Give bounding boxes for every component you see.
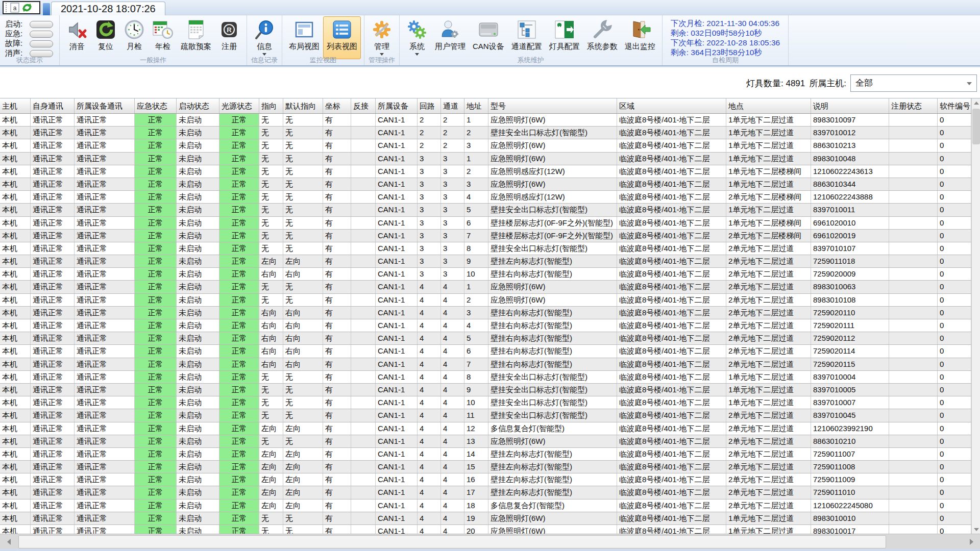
vertical-scrollbar[interactable]: [971, 98, 980, 534]
table-row[interactable]: 本机通讯正常通讯正常正常未启动正常右向右向有CAN1-1446壁挂右向标志灯(智…: [0, 345, 971, 358]
column-header-10[interactable]: 反接: [351, 98, 376, 113]
table-cell: 正常: [135, 217, 177, 229]
table-cell: 12106022245080: [811, 499, 889, 512]
scroll-left-button[interactable]: [0, 534, 17, 549]
register-button[interactable]: R 注册: [215, 16, 243, 59]
table-row[interactable]: 本机通讯正常通讯正常正常未启动正常无无有CAN1-14413应急照明灯(6W)临…: [0, 435, 971, 448]
table-row[interactable]: 本机通讯正常通讯正常正常未启动正常无无有CAN1-1331应急照明灯(6W)临波…: [0, 153, 971, 165]
monthly-check-button[interactable]: 月检: [120, 16, 149, 59]
annual-check-button[interactable]: 年检: [149, 16, 177, 59]
document-icon[interactable]: a: [10, 3, 20, 13]
table-row[interactable]: 本机通讯正常通讯正常正常未启动正常左向左向有CAN1-14416壁挂左向标志灯(…: [0, 473, 971, 486]
table-cell: 4: [441, 409, 464, 421]
scroll-right-button[interactable]: [963, 534, 980, 549]
table-row[interactable]: 本机通讯正常通讯正常正常未启动正常左向左向有CAN1-14414壁挂左向标志灯(…: [0, 448, 971, 461]
channel-config-button[interactable]: 通道配置: [508, 16, 546, 59]
list-view-button[interactable]: 列表视图: [323, 16, 361, 59]
table-cell: 本机: [0, 191, 31, 203]
table-row[interactable]: 本机通讯正常通讯正常正常未启动正常无无有CAN1-1222壁挂安全出口标志灯(智…: [0, 127, 971, 139]
column-header-9[interactable]: 坐标: [323, 98, 351, 113]
table-row[interactable]: 本机通讯正常通讯正常正常未启动正常无无有CAN1-14420应急照明灯(6W)临…: [0, 525, 971, 534]
column-header-12[interactable]: 回路: [418, 98, 441, 113]
host-select[interactable]: 全部: [850, 74, 977, 92]
table-row[interactable]: 本机通讯正常通讯正常正常未启动正常无无有CAN1-1441应急照明灯(6W)临波…: [0, 281, 971, 293]
table-row[interactable]: 本机通讯正常通讯正常正常未启动正常无无有CAN1-1338壁挂安全出口标志灯(智…: [0, 242, 971, 255]
manage-button[interactable]: 管理: [368, 16, 396, 59]
mute-button[interactable]: 消音: [63, 16, 91, 59]
table-cell: 多信息复合灯(智能型): [488, 422, 617, 435]
table-cell: CAN1-1: [376, 435, 418, 447]
column-header-3[interactable]: 所属设备通讯: [75, 98, 135, 113]
table-row[interactable]: 本机通讯正常通讯正常正常未启动正常无无有CAN1-1448壁挂安全出口标志灯(智…: [0, 371, 971, 384]
table-cell: 12106022243613: [811, 165, 889, 178]
table-row[interactable]: 本机通讯正常通讯正常正常未启动正常右向右向有CAN1-1447壁挂右向标志灯(智…: [0, 358, 971, 371]
table-cell: 无: [259, 114, 283, 126]
user-manage-button[interactable]: 用户管理: [431, 16, 469, 59]
table-row[interactable]: 本机通讯正常通讯正常正常未启动正常右向右向有CAN1-1445壁挂右向标志灯(智…: [0, 332, 971, 345]
table-row[interactable]: 本机通讯正常通讯正常正常未启动正常无无有CAN1-14411壁挂安全出口标志灯(…: [0, 409, 971, 422]
reset-button[interactable]: 复位: [91, 16, 120, 59]
table-cell: 应急照明灯(6W): [488, 525, 617, 534]
exit-monitor-button[interactable]: 退出监控: [621, 16, 659, 59]
column-header-13[interactable]: 通道: [441, 98, 464, 113]
table-row[interactable]: 本机通讯正常通讯正常正常未启动正常无无有CAN1-1449壁挂安全出口标志灯(智…: [0, 384, 971, 396]
horizontal-scrollbar[interactable]: [0, 534, 980, 549]
horizontal-scroll-thumb[interactable]: [18, 535, 886, 548]
table-row[interactable]: 本机通讯正常通讯正常正常未启动正常无无有CAN1-1335壁挂安全出口标志灯(智…: [0, 204, 971, 216]
table-cell: 临波庭8号楼/401-地下二层: [617, 525, 726, 534]
lamp-config-button[interactable]: 灯具配置: [546, 16, 583, 59]
column-header-6[interactable]: 光源状态: [219, 98, 259, 113]
table-row[interactable]: 本机通讯正常通讯正常正常未启动正常无无有CAN1-1333应急照明灯(6W)临波…: [0, 178, 971, 191]
can-device-button[interactable]: CAN设备: [469, 16, 508, 59]
table-row[interactable]: 本机通讯正常通讯正常正常未启动正常无无有CAN1-14410壁挂安全出口标志灯(…: [0, 396, 971, 409]
lamp-config-icon: [554, 19, 575, 40]
column-header-14[interactable]: 地址: [464, 98, 488, 113]
info-button[interactable]: 信息: [250, 16, 279, 59]
table-cell: 0: [938, 217, 971, 229]
table-row[interactable]: 本机通讯正常通讯正常正常未启动正常左向左向有CAN1-1339壁挂左向标志灯(智…: [0, 255, 971, 268]
system-params-button[interactable]: 系统参数: [583, 16, 621, 59]
column-header-18[interactable]: 说明: [811, 98, 889, 113]
table-row[interactable]: 本机通讯正常通讯正常正常未启动正常无无有CAN1-1336壁挂楼层标志灯(0F-…: [0, 217, 971, 230]
column-header-17[interactable]: 地点: [726, 98, 811, 113]
evacuation-plan-button[interactable]: 疏散预案: [177, 16, 215, 59]
column-header-15[interactable]: 型号: [488, 98, 617, 113]
table-cell: [351, 448, 376, 460]
vertical-scroll-thumb[interactable]: [972, 109, 980, 144]
refresh-icon[interactable]: [22, 3, 32, 13]
table-row[interactable]: 本机通讯正常通讯正常正常未启动正常无无有CAN1-1221应急照明灯(6W)临波…: [0, 114, 971, 127]
column-header-1[interactable]: 主机: [0, 98, 31, 113]
column-header-16[interactable]: 区域: [617, 98, 726, 113]
system-button[interactable]: 系统: [403, 16, 431, 59]
table-row[interactable]: 本机通讯正常通讯正常正常未启动正常右向右向有CAN1-13310壁挂右向标志灯(…: [0, 268, 971, 281]
table-row[interactable]: 本机通讯正常通讯正常正常未启动正常无无有CAN1-1334应急照明感应灯(12W…: [0, 191, 971, 204]
table-row[interactable]: 本机通讯正常通讯正常正常未启动正常左向左向有CAN1-14417壁挂左向标志灯(…: [0, 486, 971, 499]
table-cell: 无: [283, 191, 323, 203]
column-header-7[interactable]: 指向: [259, 98, 283, 113]
column-header-19[interactable]: 注册状态: [889, 98, 938, 113]
column-header-2[interactable]: 自身通讯: [31, 98, 75, 113]
table-row[interactable]: 本机通讯正常通讯正常正常未启动正常左向左向有CAN1-14412多信息复合灯(智…: [0, 422, 971, 435]
column-header-8[interactable]: 默认指向: [283, 98, 323, 113]
table-cell: 0: [938, 153, 971, 165]
table-row[interactable]: 本机通讯正常通讯正常正常未启动正常右向右向有CAN1-1444壁挂右向标志灯(智…: [0, 319, 971, 332]
scroll-down-button[interactable]: [972, 525, 980, 534]
table-cell: 12106023992190: [811, 422, 889, 435]
column-header-20[interactable]: 软件编号: [938, 98, 971, 113]
table-row[interactable]: 本机通讯正常通讯正常正常未启动正常左向左向有CAN1-14415壁挂左向标志灯(…: [0, 461, 971, 473]
table-row[interactable]: 本机通讯正常通讯正常正常未启动正常无无有CAN1-14419应急照明灯(6W)临…: [0, 512, 971, 525]
table-row[interactable]: 本机通讯正常通讯正常正常未启动正常右向右向有CAN1-1443壁挂右向标志灯(智…: [0, 307, 971, 319]
table-row[interactable]: 本机通讯正常通讯正常正常未启动正常左向左向有CAN1-14418多信息复合灯(智…: [0, 499, 971, 512]
table-row[interactable]: 本机通讯正常通讯正常正常未启动正常无无有CAN1-1442应急照明灯(6W)临波…: [0, 294, 971, 307]
column-header-5[interactable]: 启动状态: [177, 98, 219, 113]
active-tab-title[interactable]: 2021-10-28 18:07:26: [51, 2, 165, 16]
table-row[interactable]: 本机通讯正常通讯正常正常未启动正常无无有CAN1-1223应急照明灯(6W)临波…: [0, 139, 971, 152]
table-cell: 1单元地下二层过道: [726, 153, 811, 165]
table-row[interactable]: 本机通讯正常通讯正常正常未启动正常无无有CAN1-1337壁挂楼层标志灯(0F-…: [0, 230, 971, 242]
table-cell: 正常: [219, 127, 259, 139]
column-header-11[interactable]: 所属设备: [376, 98, 418, 113]
layout-view-button[interactable]: 布局视图: [285, 16, 323, 59]
column-header-4[interactable]: 应急状态: [135, 98, 177, 113]
scroll-up-button[interactable]: [972, 98, 980, 107]
table-row[interactable]: 本机通讯正常通讯正常正常未启动正常无无有CAN1-1332应急照明感应灯(12W…: [0, 165, 971, 178]
